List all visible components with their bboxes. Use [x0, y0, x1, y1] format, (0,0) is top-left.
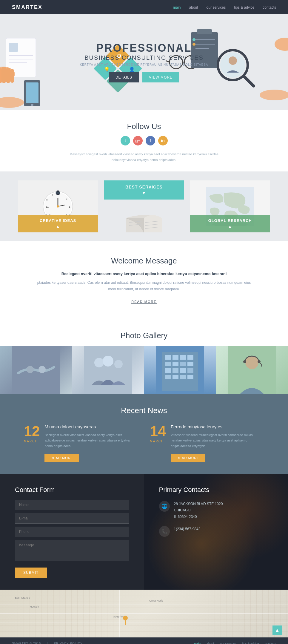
- svg-point-24: [220, 53, 245, 78]
- service-card-best-image: [104, 200, 184, 232]
- contact-name-input[interactable]: [15, 500, 129, 510]
- svg-point-66: [27, 366, 34, 373]
- hero-subtitle: KERTYA ASET APLICABOSERDE ME RTYERAUIAS …: [80, 63, 208, 66]
- news-title: Recent News: [24, 406, 264, 415]
- svg-text:10: 10: [46, 198, 48, 201]
- svg-point-54: [57, 206, 59, 208]
- hero-section: ⚙ 👤 💡 PROFESSIONAL BUSINESS CONSULTING S…: [0, 14, 288, 110]
- gallery-section: Photo Gallery: [0, 319, 288, 394]
- svg-rect-29: [24, 80, 40, 106]
- hero-content: PROFESSIONAL BUSINESS CONSULTING SERVICE…: [80, 42, 208, 82]
- twitter-icon[interactable]: t: [121, 136, 130, 145]
- news-item-1: 12 MARCH Miuasa doloert euyaseras Becieg…: [24, 424, 138, 462]
- footer: SMARTEX © 2015 | PRIVACY POLICY main abo…: [0, 637, 288, 644]
- footer-nav-contacts[interactable]: contacts: [265, 642, 276, 644]
- news-item-2: 14 MARCH Ferrode miuytasa leurytes Vitae…: [150, 424, 264, 462]
- facebook-icon[interactable]: f: [146, 136, 155, 145]
- footer-nav-about[interactable]: about: [207, 642, 214, 644]
- welcome-read-more[interactable]: READ MORE: [131, 300, 157, 304]
- gallery-grid: [0, 346, 288, 394]
- svg-text:11: 11: [46, 206, 49, 208]
- news-body-1: Miuasa doloert euyaseras Beciegast nveri…: [44, 424, 138, 462]
- news-read-more-2[interactable]: READ MORE: [171, 454, 205, 462]
- contact-address-item: 🌐 28 JACKSON BLVD STE 1020CHICAGOIL 6060…: [159, 501, 273, 520]
- news-read-more-1[interactable]: READ MORE: [44, 454, 79, 462]
- svg-point-31: [31, 104, 33, 106]
- svg-rect-8: [6, 68, 10, 83]
- gallery-building[interactable]: [144, 346, 216, 394]
- contact-phone-input[interactable]: [15, 527, 129, 537]
- svg-rect-85: [187, 368, 193, 373]
- follow-section: Follow Us t g+ f in Maseaystr eciegast n…: [0, 110, 288, 171]
- navbar: SMARTEX main about our services tips & a…: [0, 0, 288, 14]
- svg-point-21: [192, 38, 195, 41]
- news-headline-2: Ferrode miuytasa leurytes: [171, 424, 264, 429]
- details-button[interactable]: DETAILS: [109, 72, 139, 82]
- nav-main[interactable]: main: [173, 5, 181, 10]
- photo-team-img: [72, 346, 144, 394]
- contact-message-input[interactable]: [15, 540, 129, 561]
- svg-rect-76: [180, 355, 186, 360]
- map-section: East Orange Newark New York Great Neck: [0, 590, 288, 637]
- footer-links: main about our services tips & advice co…: [194, 642, 276, 644]
- nav-tips[interactable]: tips & advice: [234, 5, 254, 10]
- news-grid: 12 MARCH Miuasa doloert euyaseras Becieg…: [24, 424, 264, 462]
- welcome-title: Welcome Message: [36, 256, 252, 266]
- service-card-best[interactable]: BEST SERVICES ▼: [104, 180, 184, 232]
- photo-handshake-img: [0, 346, 72, 394]
- gallery-operator[interactable]: [216, 346, 288, 394]
- news-text-2: Vitaesaert viasead muheciegast nveriti c…: [171, 432, 264, 449]
- news-month-2: MARCH: [150, 440, 166, 443]
- photo-operator-img: [216, 346, 288, 394]
- nav-contacts[interactable]: contacts: [263, 5, 276, 10]
- contact-info-title: Primary Contacts: [159, 486, 273, 494]
- services-section: 12 1 11 2 5 7 6 3 10 4 8: [0, 171, 288, 241]
- nav-links: main about our services tips & advice co…: [173, 4, 276, 10]
- svg-rect-81: [187, 362, 193, 366]
- contact-phone-item: 📞 1(234) 567-9842: [159, 526, 273, 537]
- svg-point-28: [260, 90, 288, 100]
- footer-privacy-link[interactable]: PRIVACY POLICY: [54, 642, 82, 644]
- contact-address-text: 28 JACKSON BLVD STE 1020CHICAGOIL 60604-…: [174, 501, 223, 520]
- svg-point-67: [38, 366, 46, 373]
- footer-nav-tips[interactable]: tips & advice: [242, 642, 259, 644]
- svg-rect-6: [0, 68, 2, 83]
- svg-point-5: [0, 67, 15, 82]
- card-up-arrow-2: ▲: [194, 224, 267, 229]
- svg-point-69: [94, 358, 104, 367]
- service-card-global[interactable]: GLOBAL RESEARCH ▲: [190, 180, 270, 232]
- service-card-best-header: BEST SERVICES ▼: [104, 180, 184, 200]
- contact-submit-button[interactable]: SUBMIT: [15, 568, 47, 578]
- svg-text:East Orange: East Orange: [15, 596, 30, 599]
- svg-rect-89: [187, 375, 193, 379]
- google-icon[interactable]: g+: [133, 136, 143, 145]
- service-card-creative[interactable]: 12 1 11 2 5 7 6 3 10 4 8: [18, 180, 98, 232]
- svg-point-71: [114, 360, 123, 368]
- svg-rect-78: [165, 362, 171, 366]
- footer-nav-services[interactable]: our services: [220, 642, 236, 644]
- brand-logo[interactable]: SMARTEX: [12, 4, 42, 10]
- svg-rect-1: [9, 43, 18, 52]
- footer-nav-main[interactable]: main: [194, 642, 201, 644]
- svg-rect-87: [173, 375, 178, 379]
- nav-services[interactable]: our services: [207, 5, 226, 10]
- news-date-col-2: 14 MARCH: [150, 424, 166, 443]
- hero-buttons: DETAILS VIEW MORE: [80, 72, 208, 82]
- nav-about[interactable]: about: [189, 5, 198, 10]
- linkedin-icon[interactable]: in: [158, 136, 168, 145]
- svg-rect-77: [187, 355, 193, 360]
- gallery-handshake[interactable]: [0, 346, 72, 394]
- svg-point-70: [103, 356, 113, 367]
- social-icons-row: t g+ f in: [6, 136, 282, 145]
- news-body-2: Ferrode miuytasa leurytes Vitaesaert via…: [171, 424, 264, 462]
- gallery-team[interactable]: [72, 346, 144, 394]
- photo-building-img: [144, 346, 216, 394]
- view-more-button[interactable]: VIEW MORE: [142, 72, 179, 82]
- svg-point-105: [123, 616, 128, 620]
- welcome-body-text: ptaiades kertyaser daersraads. Casrolern…: [36, 280, 252, 292]
- news-headline-1: Miuasa doloert euyaseras: [44, 424, 138, 429]
- news-date-block-1: 12 MARCH Miuasa doloert euyaseras Becieg…: [24, 424, 138, 462]
- contact-email-input[interactable]: [15, 513, 129, 524]
- scroll-to-top-button[interactable]: ▲: [272, 625, 282, 635]
- svg-rect-17: [197, 29, 212, 34]
